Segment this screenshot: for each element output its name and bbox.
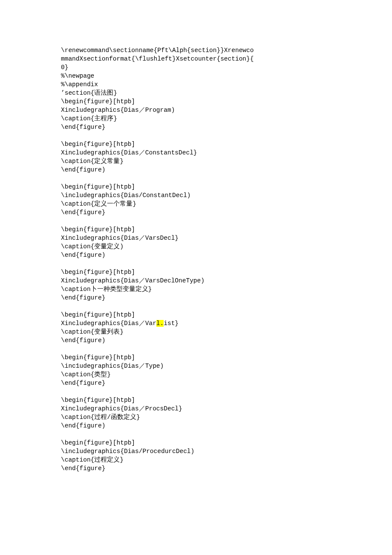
code-text: \end{figure}: [61, 294, 105, 301]
code-line: Xincludegraphics{Dias／Varl.ist}: [61, 319, 392, 328]
code-line: \begin{figure}[htpb]: [61, 225, 392, 234]
code-text: \begin{figure}[htpb]: [61, 269, 135, 276]
code-line: 0}: [61, 63, 392, 72]
code-block: \begin{figure}[htpb]\includegraphics{Dia…: [61, 439, 392, 473]
code-text: \begin{figure}[htpb]: [61, 354, 135, 361]
code-text: \inc1udegraphics{Dias／Type): [61, 363, 164, 369]
code-line: \end{figure): [61, 166, 392, 174]
code-line: %\newpage: [61, 72, 392, 80]
code-text: Xincludegraphics{Dias／Program): [61, 107, 175, 113]
code-text: \caption{过程定义}: [61, 456, 124, 463]
code-line: \end{figure): [61, 251, 392, 259]
code-text: \caption{定义一个常量}: [61, 200, 136, 207]
code-text: \includegraphics{Dias/ProcedurcDecl): [61, 448, 194, 455]
code-text: mmandXsectionformat{\flushleft}Xsetcount…: [61, 55, 254, 62]
code-line: \begin{figure}[htpb]: [61, 353, 392, 362]
document-page: \renewcommand\sectionname{Pft\Alph{secti…: [0, 0, 392, 532]
code-text: \end{figure): [61, 252, 105, 259]
code-line: \end{figure}: [61, 464, 392, 473]
code-line: \end{figure): [61, 421, 392, 430]
code-text: Xincludegraphics{Dias／Var: [61, 320, 156, 327]
code-text: \end{figure): [61, 422, 105, 429]
code-block: \begin{figure}[htpb]Xincludegraphics{Dia…: [61, 311, 392, 345]
code-line: Xincludegraphics{Dias／ConstantsDecl}: [61, 148, 392, 157]
code-text: \includegraphics{Dias/ConstantDecl): [61, 192, 191, 199]
code-line: Xincludegraphics{Dias／VarsDecl}: [61, 234, 392, 242]
code-text: \caption{变量列表}: [61, 328, 124, 335]
code-text: \caption卜一种类型变量定义}: [61, 286, 152, 293]
code-line: Xincludegraphics{Dias／Program): [61, 106, 392, 114]
code-line: \end{figure}: [61, 208, 392, 217]
code-text: \end{figure}: [61, 465, 105, 472]
highlighted-text: l.: [156, 320, 164, 327]
code-text: \end{figure}: [61, 209, 105, 216]
code-text: \end{figure}: [61, 124, 105, 131]
code-line: \begin{figure}[htpb]: [61, 439, 392, 447]
code-text: \end{figure): [61, 337, 105, 344]
code-block: \begin{figure}[htpb]Xincludegraphics{Dia…: [61, 225, 392, 259]
code-text: \renewcommand\sectionname{Pft\Alph{secti…: [61, 47, 254, 54]
code-line: \end{figure): [61, 336, 392, 345]
code-text: \begin{figure}[htpb]: [61, 183, 135, 190]
code-line: \inc1udegraphics{Dias／Type): [61, 362, 392, 370]
code-text: ’section{语法图}: [61, 90, 117, 96]
code-line: \end{figure}: [61, 379, 392, 387]
code-text: \end{figure): [61, 166, 105, 173]
code-line: \caption{过程/函数定义}: [61, 413, 392, 421]
code-line: ’section{语法图}: [61, 89, 392, 97]
code-line: \begin{figure}[htpb]: [61, 311, 392, 319]
code-text: Xincludegraphics{Dias／ConstantsDecl}: [61, 149, 197, 156]
code-line: \caption{定义一个常量}: [61, 200, 392, 208]
code-line: Xincludegraphics{Dias／VarsDeclOneType): [61, 276, 392, 285]
code-text: \caption{过程/函数定义}: [61, 414, 140, 421]
code-line: %\appendix: [61, 80, 392, 89]
code-line: \begin{figure}[htpb]: [61, 183, 392, 191]
code-block: \renewcommand\sectionname{Pft\Alph{secti…: [61, 46, 392, 131]
code-line: \begin{figure}[htpb]: [61, 140, 392, 148]
code-block: \begin{figure}[htpb]Xincludegraphics{Dia…: [61, 140, 392, 174]
code-line: Xincludegraphics{Dias／ProcsDecl}: [61, 404, 392, 413]
code-line: \caption卜一种类型变量定义}: [61, 285, 392, 293]
code-block: \begin{figure}[htpb]Xincludegraphics{Dia…: [61, 396, 392, 430]
code-text: \caption{主程序}: [61, 115, 117, 122]
code-line: \begin{figure}[htpb]: [61, 396, 392, 404]
code-line: \begin{figure}[htpb]: [61, 268, 392, 276]
code-line: \caption{类型}: [61, 370, 392, 379]
code-text: \caption{变量定义): [61, 243, 124, 250]
code-line: \caption{变量定义): [61, 242, 392, 251]
code-text: \begin{figure}[htpb]: [61, 98, 135, 105]
code-text: \begin{figure}[htpb]: [61, 397, 135, 404]
code-text: \begin{figure}[htpb]: [61, 226, 135, 233]
code-text: \caption{类型}: [61, 371, 111, 378]
code-text: %\appendix: [61, 81, 98, 88]
code-line: \caption{过程定义}: [61, 456, 392, 464]
code-line: \includegraphics{Dias/ProcedurcDecl): [61, 447, 392, 456]
code-text: Xincludegraphics{Dias／VarsDeclOneType): [61, 277, 205, 284]
code-line: \caption{定义常量}: [61, 157, 392, 166]
code-text: \caption{定义常量}: [61, 158, 124, 165]
code-line: \caption{主程序}: [61, 114, 392, 123]
code-line: mmandXsectionformat{\flushleft}Xsetcount…: [61, 55, 392, 63]
code-text: Xincludegraphics{Dias／ProcsDecl}: [61, 405, 182, 412]
code-text: \end{figure}: [61, 380, 105, 386]
code-text: %\newpage: [61, 73, 94, 79]
code-text: \begin{figure}[htpb]: [61, 439, 135, 446]
code-line: \begin{figure}[htpb]: [61, 97, 392, 106]
code-line: \end{figure}: [61, 293, 392, 302]
code-text: \begin{figure}[htpb]: [61, 141, 135, 148]
code-line: \caption{变量列表}: [61, 328, 392, 336]
code-block: \begin{figure}[htpb]\includegraphics{Dia…: [61, 183, 392, 217]
code-text: \begin{figure}[htpb]: [61, 311, 135, 318]
code-line: \includegraphics{Dias/ConstantDecl): [61, 191, 392, 200]
code-block: \begin{figure}[htpb]\inc1udegraphics{Dia…: [61, 353, 392, 387]
code-text: ist}: [164, 320, 179, 327]
code-line: \end{figure}: [61, 123, 392, 131]
code-line: \renewcommand\sectionname{Pft\Alph{secti…: [61, 46, 392, 55]
code-text: Xincludegraphics{Dias／VarsDecl}: [61, 235, 179, 241]
code-block: \begin{figure}[htpb]Xincludegraphics{Dia…: [61, 268, 392, 302]
code-text: 0}: [61, 64, 68, 71]
